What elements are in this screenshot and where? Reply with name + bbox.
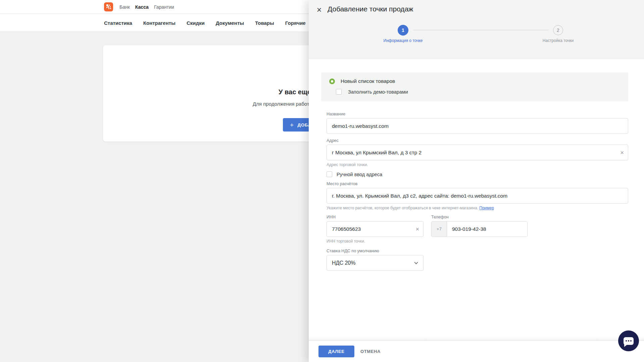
top-nav-item-bank[interactable]: Банк	[119, 4, 130, 10]
top-nav: Банк Касса Гарантии	[119, 0, 174, 14]
chat-bubble-icon	[624, 337, 634, 345]
settlement-example-link[interactable]: Пример	[479, 206, 494, 210]
inn-phone-row: ИНН × ИНН торговой точки. Телефон +7	[327, 215, 628, 244]
inn-label: ИНН	[327, 215, 424, 219]
chat-fab-button[interactable]	[618, 330, 639, 351]
vat-select[interactable]: НДС 20%	[327, 255, 424, 271]
name-label: Название	[327, 112, 628, 116]
app-nav-item-tovary[interactable]: Товары	[255, 20, 274, 26]
manual-address-checkbox[interactable]: Ручной ввод адреса	[327, 171, 628, 177]
checkbox-unchecked-icon	[327, 171, 332, 177]
step-2-label: Настройка точки	[525, 38, 592, 43]
vat-field-group: Ставка НДС по умолчанию НДС 20%	[327, 249, 424, 271]
name-field-group: Название	[327, 112, 628, 134]
address-field-group: Адрес × Адрес торговой точки.	[327, 138, 628, 167]
app-nav-item-statistika[interactable]: Статистика	[104, 20, 132, 26]
app-nav-item-kontragenty[interactable]: Контрагенты	[143, 20, 176, 26]
new-product-list-radio[interactable]: Новый список товаров	[329, 78, 628, 84]
address-hint: Адрес торговой точки.	[327, 162, 628, 167]
new-product-list-label: Новый список товаров	[341, 78, 395, 84]
phone-input[interactable]	[447, 221, 527, 237]
drawer-footer: ДАЛЕЕ ОТМЕНА	[309, 341, 644, 362]
radio-checked-icon	[329, 79, 335, 84]
settlement-hint: Укажите место расчётов, которое будет от…	[327, 206, 628, 210]
settlement-input[interactable]	[327, 188, 628, 204]
address-label: Адрес	[327, 138, 628, 143]
address-clear-icon[interactable]: ×	[620, 150, 624, 156]
cancel-button[interactable]: ОТМЕНА	[360, 349, 381, 354]
page: Банк Касса Гарантии Статистика Контраген…	[0, 0, 644, 362]
drawer-header: × Добавление точки продаж 1 2 Информация…	[309, 0, 644, 59]
app-nav-item-dokumenty[interactable]: Документы	[216, 20, 244, 26]
checkbox-unchecked-icon	[336, 89, 342, 95]
close-icon[interactable]: ×	[313, 4, 325, 15]
settlement-field-group: Место расчётов Укажите место расчётов, к…	[327, 182, 628, 210]
phone-field-group: Телефон +7	[431, 215, 528, 244]
form-fields: Название Адрес × Адрес торговой точки.	[309, 112, 644, 271]
vat-select-value: НДС 20%	[332, 260, 355, 266]
stepper-connector	[413, 30, 549, 30]
step-1-label: Информация о точке	[369, 38, 437, 43]
fill-demo-products-checkbox[interactable]: Заполнить демо-товарами	[336, 89, 628, 95]
drawer-body: Новый список товаров Заполнить демо-това…	[309, 59, 644, 341]
phone-label: Телефон	[431, 215, 528, 219]
chevron-down-icon	[414, 260, 418, 264]
inn-field-group: ИНН × ИНН торговой точки.	[327, 215, 424, 244]
app-nav-item-skidki[interactable]: Скидки	[187, 20, 205, 26]
top-nav-item-garantii[interactable]: Гарантии	[154, 4, 174, 10]
address-input[interactable]	[327, 145, 628, 160]
app-nav-item-goryachie[interactable]: Горячие	[285, 20, 306, 26]
fill-demo-products-label: Заполнить демо-товарами	[348, 89, 408, 95]
name-input[interactable]	[327, 118, 628, 134]
product-list-options: Новый список товаров Заполнить демо-това…	[321, 72, 628, 101]
inn-clear-icon[interactable]: ×	[415, 226, 419, 232]
settlement-label: Место расчётов	[327, 182, 628, 186]
inn-hint: ИНН торговой точки.	[327, 239, 424, 244]
inn-input[interactable]	[327, 221, 424, 237]
vat-label: Ставка НДС по умолчанию	[327, 249, 424, 253]
step-1-indicator: 1	[398, 25, 408, 36]
next-button[interactable]: ДАЛЕЕ	[318, 346, 354, 357]
empty-state-subtitle: Для продолжения работы	[253, 101, 313, 107]
add-sales-point-drawer: × Добавление точки продаж 1 2 Информация…	[309, 0, 644, 362]
step-2-indicator: 2	[553, 25, 563, 35]
phone-country-prefix: +7	[432, 221, 447, 237]
plus-icon: +	[290, 122, 294, 128]
drawer-title: Добавление точки продаж	[328, 5, 413, 13]
empty-state-title: У вас еще	[279, 88, 311, 96]
top-nav-item-kassa[interactable]: Касса	[135, 4, 149, 10]
settlement-hint-text: Укажите место расчётов, которое будет от…	[327, 206, 478, 210]
webasyst-logo-icon[interactable]	[104, 2, 113, 11]
manual-address-label: Ручной ввод адреса	[337, 172, 382, 177]
